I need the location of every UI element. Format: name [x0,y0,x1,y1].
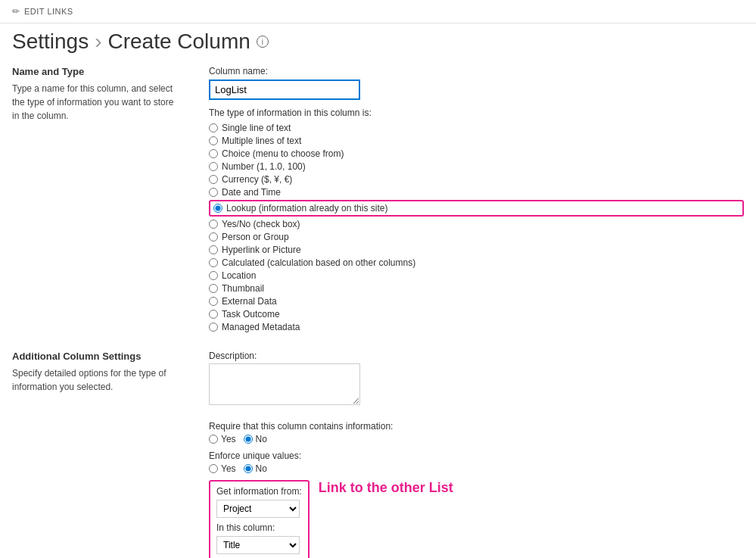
radio-number: Number (1, 1.0, 100) [209,161,744,172]
radio-single-line: Single line of text [209,123,744,133]
radio-task-outcome: Task Outcome [209,309,744,320]
radio-single-line-label: Single line of text [222,123,291,133]
radio-hyperlink: Hyperlink or Picture [209,245,744,255]
radio-lookup: Lookup (information already on this site… [209,200,744,217]
radio-managed-metadata-input[interactable] [209,323,218,332]
require-row: Require that this column contains inform… [209,421,744,444]
radio-thumbnail-label: Thumbnail [222,283,264,294]
radio-calculated: Calculated (calculation based on other c… [209,257,744,268]
additional-settings-left: Additional Column Settings Specify detai… [12,351,179,558]
page-header: Settings › Create Column i [0,23,756,66]
name-type-section-title: Name and Type [12,66,179,77]
enforce-radio-group: Yes No [209,463,744,474]
enforce-row: Enforce unique values: Yes No [209,450,744,474]
column-name-input[interactable] [209,79,360,100]
radio-calculated-label: Calculated (calculation based on other c… [222,257,415,268]
page-wrapper: ✏ EDIT LINKS Settings › Create Column i … [0,0,756,558]
radio-single-line-input[interactable] [209,123,218,132]
additional-settings-title: Additional Column Settings [12,351,179,362]
radio-external-data-label: External Data [222,296,277,307]
require-yes-label: Yes [221,434,236,444]
create-column-title: Create Column [108,30,250,54]
type-info-label: The type of information in this column i… [209,108,744,118]
link-annotation: Link to the other List [319,480,453,496]
name-type-right: Column name: The type of information in … [209,66,744,335]
info-icon[interactable]: i [257,36,269,48]
radio-number-label: Number (1, 1.0, 100) [222,161,306,172]
radio-thumbnail-input[interactable] [209,284,218,293]
radio-date-time: Date and Time [209,187,744,198]
name-type-left: Name and Type Type a name for this colum… [12,66,179,335]
settings-title: Settings [12,30,89,54]
enforce-yes-item: Yes [209,463,236,474]
enforce-no-item: No [244,463,267,474]
radio-managed-metadata: Managed Metadata [209,322,744,332]
radio-date-time-label: Date and Time [222,187,281,198]
enforce-no-label: No [256,463,267,474]
radio-person-group-label: Person or Group [222,232,289,242]
radio-calculated-input[interactable] [209,258,218,267]
name-type-section-desc: Type a name for this column, and select … [12,82,179,123]
enforce-yes-input[interactable] [209,464,218,473]
radio-multiple-lines: Multiple lines of text [209,136,744,146]
radio-external-data: External Data [209,296,744,307]
radio-choice: Choice (menu to choose from) [209,148,744,159]
in-this-column-select[interactable]: Title [216,536,300,554]
radio-location: Location [209,270,744,281]
breadcrumb-separator: › [95,30,101,54]
get-info-box: Get information from: Project In this co… [209,480,310,558]
radio-yes-no-label: Yes/No (check box) [222,219,300,229]
column-name-label: Column name: [209,66,744,76]
enforce-yes-label: Yes [221,463,236,474]
type-radio-group: Single line of text Multiple lines of te… [209,123,744,332]
top-bar: ✏ EDIT LINKS [0,0,756,23]
require-yes-input[interactable] [209,435,218,444]
radio-lookup-label: Lookup (information already on this site… [226,203,387,214]
additional-settings-desc: Specify detailed options for the type of… [12,366,179,394]
radio-managed-metadata-label: Managed Metadata [222,322,300,332]
radio-yes-no: Yes/No (check box) [209,219,744,229]
edit-links-label[interactable]: EDIT LINKS [24,7,73,16]
description-label: Description: [209,351,744,361]
radio-choice-label: Choice (menu to choose from) [222,148,344,159]
edit-icon: ✏ [12,6,20,17]
radio-multiple-lines-input[interactable] [209,136,218,145]
require-no-item: No [244,434,267,444]
radio-hyperlink-input[interactable] [209,245,218,254]
radio-task-outcome-input[interactable] [209,310,218,319]
radio-thumbnail: Thumbnail [209,283,744,294]
enforce-no-input[interactable] [244,464,253,473]
require-no-input[interactable] [244,435,253,444]
get-info-from-select[interactable]: Project [216,500,300,518]
radio-number-input[interactable] [209,162,218,171]
radio-currency: Currency ($, ¥, €) [209,174,744,185]
radio-lookup-input[interactable] [213,204,222,213]
additional-settings-section: Additional Column Settings Specify detai… [0,351,756,558]
radio-yes-no-input[interactable] [209,220,218,229]
radio-external-data-input[interactable] [209,297,218,306]
radio-task-outcome-label: Task Outcome [222,309,280,320]
radio-person-group-input[interactable] [209,232,218,242]
radio-date-time-input[interactable] [209,188,218,197]
radio-location-input[interactable] [209,271,218,280]
require-no-label: No [256,434,267,444]
radio-multiple-lines-label: Multiple lines of text [222,136,301,146]
require-label: Require that this column contains inform… [209,421,744,432]
radio-hyperlink-label: Hyperlink or Picture [222,245,301,255]
description-row: Description: [209,351,744,415]
require-radio-group: Yes No [209,434,744,444]
get-info-from-label: Get information from: [216,486,302,497]
in-this-column-label: In this column: [216,522,302,533]
radio-currency-label: Currency ($, ¥, €) [222,174,292,185]
additional-settings-right: Description: Require that this column co… [209,351,744,558]
radio-person-group: Person or Group [209,232,744,242]
radio-location-label: Location [222,270,256,281]
get-info-row: Get information from: Project In this co… [209,480,744,558]
radio-currency-input[interactable] [209,175,218,184]
description-textarea[interactable] [209,363,360,405]
enforce-label: Enforce unique values: [209,450,744,461]
radio-choice-input[interactable] [209,149,218,158]
main-content: Name and Type Type a name for this colum… [0,66,756,335]
require-yes-item: Yes [209,434,236,444]
